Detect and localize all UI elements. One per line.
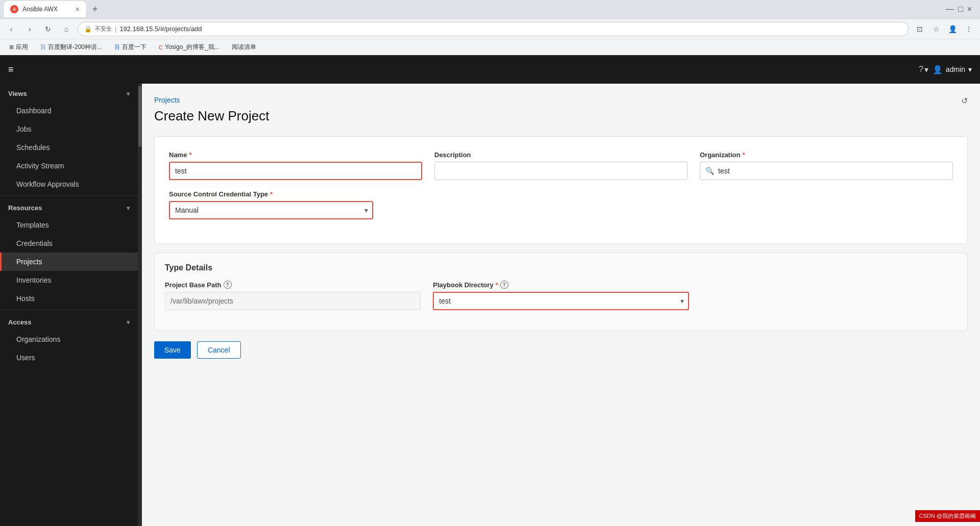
playbook-directory-required-star: * xyxy=(496,281,498,289)
source-control-label: Source Control Credential Type * xyxy=(169,190,373,198)
sidebar-item-dashboard[interactable]: Dashboard xyxy=(0,102,138,120)
sidebar-item-jobs[interactable]: Jobs xyxy=(0,120,138,138)
maximize-button[interactable]: □ xyxy=(958,5,963,14)
main-content: Projects Create New Project ↺ Name * xyxy=(142,84,980,526)
bookmark-reader-label: 阅读清单 xyxy=(232,43,256,52)
organization-label: Organization * xyxy=(700,151,953,159)
bookmarks-bar: ⊞ 应用 百 百度翻译-200种语... 百 百度一下 C Yosigo_的博客… xyxy=(0,39,980,55)
help-icon: ? xyxy=(919,65,923,74)
bookmark-apps[interactable]: ⊞ 应用 xyxy=(6,42,31,53)
sidebar-item-activity-stream[interactable]: Activity Stream xyxy=(0,157,138,175)
tab-favicon: A xyxy=(10,5,18,13)
header-right: ? ▾ 👤 admin ▾ xyxy=(919,65,972,74)
user-icon: 👤 xyxy=(933,65,943,74)
sidebar-item-credentials[interactable]: Credentials xyxy=(0,234,138,253)
sidebar-scroll-thumb xyxy=(138,86,141,147)
minimize-button[interactable]: — xyxy=(946,5,954,14)
page-title: Create New Project xyxy=(154,108,269,124)
bookmark-baidu-label: 百度一下 xyxy=(122,43,146,52)
sidebar-views-section: Views ▾ Dashboard Jobs Schedules Activit… xyxy=(0,84,138,193)
baidu-icon: 百 xyxy=(114,43,120,51)
organization-search-icon: 🔍 xyxy=(705,167,714,175)
sidebar-item-inventories[interactable]: Inventories xyxy=(0,271,138,289)
bookmark-button[interactable]: ☆ xyxy=(929,22,943,36)
hamburger-menu[interactable]: ≡ xyxy=(8,64,14,75)
sidebar-scrollbar[interactable] xyxy=(138,84,142,526)
refresh-button[interactable]: ↻ xyxy=(41,22,55,36)
breadcrumb[interactable]: Projects xyxy=(154,96,269,104)
browser-tab[interactable]: A Ansible AWX × xyxy=(4,1,86,17)
source-control-select[interactable]: Manual Git Subversion Insights Remote Ar… xyxy=(169,201,373,219)
sidebar-resources-header[interactable]: Resources ▾ xyxy=(0,198,138,216)
tab-title: Ansible AWX xyxy=(22,6,71,13)
description-label: Description xyxy=(434,151,688,159)
csdn-badge: CSDN @我的紫霞碗碗 xyxy=(915,510,980,522)
baidu-translate-icon: 百 xyxy=(40,43,46,51)
playbook-directory-select[interactable]: test xyxy=(433,292,689,310)
type-details-header: Type Details xyxy=(165,263,957,272)
playbook-directory-help-icon[interactable]: ? xyxy=(500,281,508,289)
sidebar-divider-2 xyxy=(0,310,138,310)
sidebar-item-workflow-approvals[interactable]: Workflow Approvals xyxy=(0,175,138,193)
bookmark-baidu-translate[interactable]: 百 百度翻译-200种语... xyxy=(37,42,105,53)
name-label: Name * xyxy=(169,151,422,159)
back-button[interactable]: ‹ xyxy=(4,22,18,36)
tab-close-button[interactable]: × xyxy=(76,5,80,13)
close-window-button[interactable]: × xyxy=(967,5,972,14)
menu-button[interactable]: ⋮ xyxy=(962,22,976,36)
app-body: Views ▾ Dashboard Jobs Schedules Activit… xyxy=(0,84,980,526)
forward-button[interactable]: › xyxy=(22,22,37,36)
address-field[interactable]: 🔒 不安全 | 192.168.15.5/#/projects/add xyxy=(78,22,909,36)
access-chevron-icon: ▾ xyxy=(127,319,130,326)
source-control-required-star: * xyxy=(270,190,273,198)
sidebar-item-projects[interactable]: Projects xyxy=(0,253,138,271)
sidebar-item-templates[interactable]: Templates xyxy=(0,216,138,234)
organization-required-star: * xyxy=(742,151,745,159)
views-chevron-icon: ▾ xyxy=(127,90,130,97)
help-button[interactable]: ? ▾ xyxy=(919,65,928,74)
bookmark-apps-label: 应用 xyxy=(16,43,28,52)
form-row-2: Source Control Credential Type * Manual … xyxy=(169,190,373,219)
form-row-1: Name * Description Organization * xyxy=(169,151,953,180)
source-control-group: Source Control Credential Type * Manual … xyxy=(169,190,373,219)
name-group: Name * xyxy=(169,151,422,180)
user-chevron-icon: ▾ xyxy=(968,65,972,73)
window-controls: — □ × xyxy=(946,5,976,14)
sidebar-access-header[interactable]: Access ▾ xyxy=(0,312,138,330)
bookmark-yosigo-label: Yosigo_的博客_我... xyxy=(165,43,219,52)
address-actions: ⊡ ☆ 👤 ⋮ xyxy=(913,22,976,36)
translate-button[interactable]: ⊡ xyxy=(913,22,927,36)
sidebar-item-organizations[interactable]: Organizations xyxy=(0,330,138,348)
new-tab-button[interactable]: + xyxy=(88,2,102,16)
bookmark-reader[interactable]: 阅读清单 xyxy=(229,42,259,53)
playbook-directory-label: Playbook Directory * ? xyxy=(433,281,689,289)
browser-chrome: A Ansible AWX × + — □ × ‹ › ↻ ⌂ 🔒 不安全 | … xyxy=(0,0,980,55)
sidebar-views-header[interactable]: Views ▾ xyxy=(0,84,138,102)
bookmark-baidu-translate-label: 百度翻译-200种语... xyxy=(48,43,102,52)
yosigo-icon: C xyxy=(159,44,163,51)
save-button[interactable]: Save xyxy=(154,341,191,359)
sidebar-access-label: Access xyxy=(8,318,32,326)
cancel-button[interactable]: Cancel xyxy=(197,341,241,359)
description-input[interactable] xyxy=(434,162,688,180)
organization-group: Organization * 🔍 test xyxy=(700,151,953,180)
organization-search-field[interactable]: 🔍 test xyxy=(700,162,953,180)
lock-icon: 🔒 xyxy=(84,26,92,33)
sidebar-item-schedules[interactable]: Schedules xyxy=(0,138,138,157)
bookmark-baidu[interactable]: 百 百度一下 xyxy=(111,42,150,53)
home-button[interactable]: ⌂ xyxy=(59,22,74,36)
source-control-select-wrapper: Manual Git Subversion Insights Remote Ar… xyxy=(169,201,373,219)
name-input[interactable] xyxy=(169,162,422,180)
address-bar: ‹ › ↻ ⌂ 🔒 不安全 | 192.168.15.5/#/projects/… xyxy=(0,18,980,39)
project-base-path-help-icon[interactable]: ? xyxy=(224,281,232,289)
bookmark-yosigo[interactable]: C Yosigo_的博客_我... xyxy=(156,42,223,53)
sidebar-item-hosts[interactable]: Hosts xyxy=(0,289,138,308)
playbook-directory-group: Playbook Directory * ? test ▾ xyxy=(433,281,689,310)
sidebar-item-users[interactable]: Users xyxy=(0,348,138,367)
profile-button[interactable]: 👤 xyxy=(945,22,960,36)
sidebar-resources-label: Resources xyxy=(8,204,42,212)
user-menu[interactable]: 👤 admin ▾ xyxy=(933,65,972,74)
refresh-icon[interactable]: ↺ xyxy=(961,96,968,106)
project-base-path-input xyxy=(165,292,421,310)
sidebar-resources-section: Resources ▾ Templates Credentials Projec… xyxy=(0,198,138,308)
